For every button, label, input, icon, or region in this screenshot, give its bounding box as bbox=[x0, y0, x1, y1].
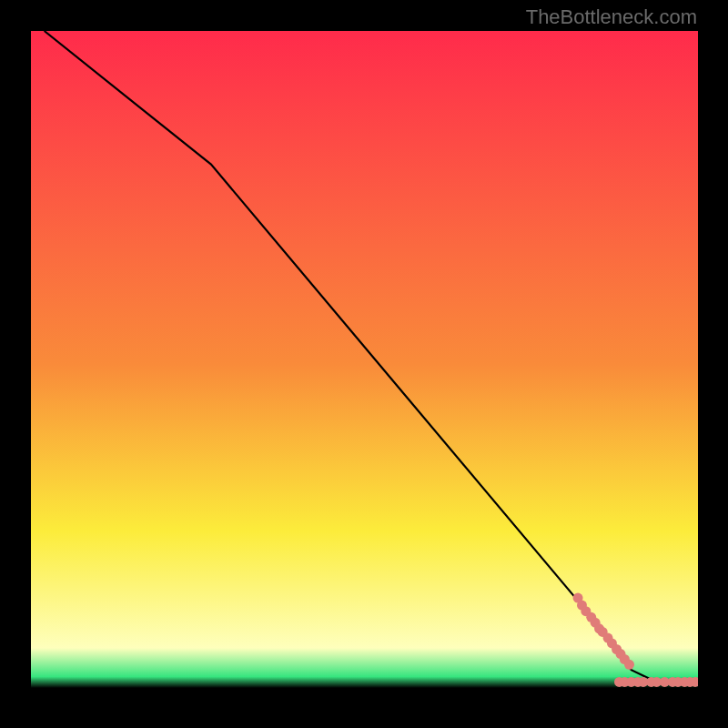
chart-stage: TheBottleneck.com bbox=[0, 0, 728, 728]
plot-area bbox=[31, 31, 698, 698]
data-point-marker bbox=[624, 660, 634, 670]
watermark-text: TheBottleneck.com bbox=[526, 5, 697, 29]
chart-overlay bbox=[31, 31, 698, 698]
curve-line bbox=[45, 31, 698, 684]
